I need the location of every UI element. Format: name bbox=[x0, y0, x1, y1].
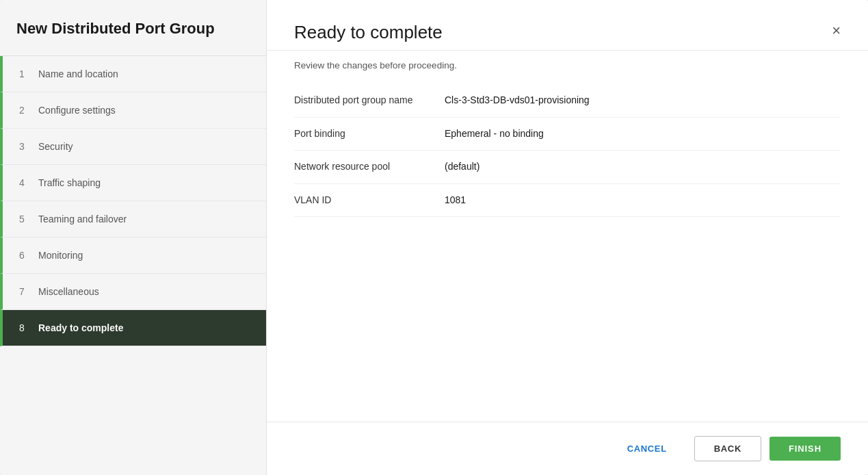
review-table: Distributed port group name Cls-3-Std3-D… bbox=[267, 77, 868, 422]
sidebar-step-8[interactable]: 8 Ready to complete bbox=[0, 310, 266, 346]
main-subtitle: Review the changes before proceeding. bbox=[267, 51, 868, 77]
step-label: Traffic shaping bbox=[38, 177, 101, 188]
step-num: 8 bbox=[19, 322, 30, 333]
sidebar-step-1[interactable]: 1 Name and location bbox=[0, 56, 266, 92]
review-key: Network resource pool bbox=[294, 160, 445, 174]
sidebar-step-7[interactable]: 7 Miscellaneous bbox=[0, 274, 266, 310]
new-distributed-port-group-dialog: New Distributed Port Group 1 Name and lo… bbox=[0, 0, 868, 475]
step-num: 7 bbox=[19, 286, 30, 297]
review-val: Cls-3-Std3-DB-vds01-provisioning bbox=[445, 94, 590, 107]
sidebar-step-6[interactable]: 6 Monitoring bbox=[0, 238, 266, 274]
review-row-0: Distributed port group name Cls-3-Std3-D… bbox=[294, 84, 841, 118]
review-key: VLAN ID bbox=[294, 194, 445, 207]
sidebar-step-4[interactable]: 4 Traffic shaping bbox=[0, 165, 266, 201]
sidebar-step-2[interactable]: 2 Configure settings bbox=[0, 92, 266, 129]
step-label: Ready to complete bbox=[38, 322, 123, 333]
review-key: Distributed port group name bbox=[294, 94, 445, 107]
review-val: 1081 bbox=[445, 194, 466, 207]
step-num: 6 bbox=[19, 250, 30, 261]
step-num: 2 bbox=[19, 105, 30, 116]
step-num: 3 bbox=[19, 141, 30, 152]
sidebar: New Distributed Port Group 1 Name and lo… bbox=[0, 0, 267, 475]
main-content: Ready to complete × Review the changes b… bbox=[267, 0, 868, 475]
step-num: 5 bbox=[19, 214, 30, 224]
review-val: (default) bbox=[445, 160, 479, 174]
step-label: Miscellaneous bbox=[38, 286, 99, 297]
dialog-title: New Distributed Port Group bbox=[0, 0, 266, 56]
sidebar-step-3[interactable]: 3 Security bbox=[0, 129, 266, 165]
step-label: Configure settings bbox=[38, 105, 116, 116]
step-label: Name and location bbox=[38, 68, 118, 79]
main-title: Ready to complete bbox=[294, 22, 443, 43]
footer: CANCEL BACK FINISH bbox=[267, 422, 868, 475]
main-header: Ready to complete × bbox=[267, 0, 868, 51]
close-button[interactable]: × bbox=[832, 23, 841, 38]
review-val: Ephemeral - no binding bbox=[445, 127, 544, 141]
step-num: 1 bbox=[19, 68, 30, 79]
step-label: Security bbox=[38, 141, 73, 152]
review-row-3: VLAN ID 1081 bbox=[294, 184, 841, 218]
cancel-button[interactable]: CANCEL bbox=[608, 437, 686, 461]
finish-button[interactable]: FINISH bbox=[770, 437, 841, 461]
step-num: 4 bbox=[19, 177, 30, 188]
step-label: Monitoring bbox=[38, 250, 83, 261]
sidebar-step-5[interactable]: 5 Teaming and failover bbox=[0, 201, 266, 238]
review-row-1: Port binding Ephemeral - no binding bbox=[294, 118, 841, 151]
review-row-2: Network resource pool (default) bbox=[294, 151, 841, 184]
step-label: Teaming and failover bbox=[38, 214, 127, 224]
sidebar-steps: 1 Name and location 2 Configure settings… bbox=[0, 56, 266, 475]
review-key: Port binding bbox=[294, 127, 445, 141]
back-button[interactable]: BACK bbox=[694, 436, 761, 461]
